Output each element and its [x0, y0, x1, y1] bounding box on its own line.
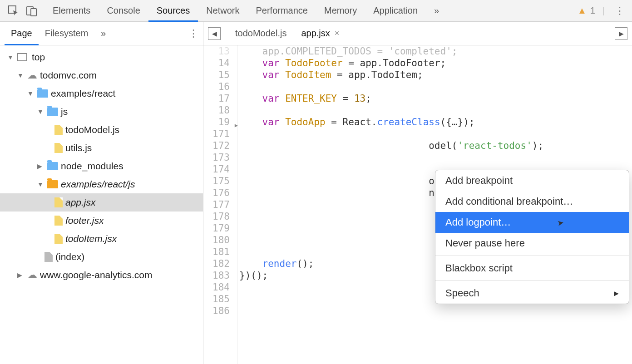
- ctx-speech[interactable]: Speech▶: [435, 283, 629, 304]
- code-line: var TodoItem = app.TodoItem;: [239, 69, 632, 81]
- line-number[interactable]: 15: [203, 69, 237, 81]
- line-number[interactable]: 172: [203, 140, 237, 152]
- file-tab-todomodel[interactable]: todoModel.js: [228, 22, 294, 45]
- frame-icon: [17, 53, 27, 61]
- file-tab-label: app.jsx: [301, 28, 330, 39]
- line-number[interactable]: 174: [203, 163, 237, 175]
- tree-row[interactable]: ▶☁www.google-analytics.com: [0, 266, 203, 284]
- tab-console[interactable]: Console: [99, 0, 148, 22]
- file-icon: [54, 143, 63, 153]
- inspect-icon[interactable]: [5, 0, 23, 22]
- line-number[interactable]: 178: [203, 211, 237, 222]
- tree-label: www.google-analytics.com: [40, 270, 152, 280]
- line-number[interactable]: 176: [203, 187, 237, 199]
- warning-icon[interactable]: ▲: [578, 5, 587, 16]
- code-line: var TodoApp = React.createClass({…});: [239, 116, 632, 128]
- line-number[interactable]: 184: [203, 281, 237, 293]
- line-number[interactable]: 173: [203, 152, 237, 163]
- tree-row[interactable]: (index): [0, 248, 203, 266]
- folder-icon: [47, 108, 58, 116]
- line-number[interactable]: 16: [203, 81, 237, 93]
- tree-row[interactable]: ▼examples/react: [0, 84, 203, 103]
- file-icon: [54, 234, 63, 244]
- show-debugger-icon[interactable]: ▶: [615, 27, 627, 40]
- tree-label: todoItem.jsx: [65, 233, 117, 244]
- ctx-add-logpoint[interactable]: Add logpoint…: [435, 212, 629, 233]
- tab-network[interactable]: Network: [198, 0, 247, 22]
- tab-performance[interactable]: Performance: [248, 0, 316, 22]
- line-number[interactable]: 185: [203, 293, 237, 305]
- tree-row[interactable]: utils.js: [0, 139, 203, 157]
- line-number[interactable]: 14: [203, 57, 237, 69]
- tree-label: node_modules: [61, 161, 123, 172]
- tree-label: utils.js: [65, 143, 92, 153]
- line-number[interactable]: 17: [203, 93, 237, 104]
- tab-memory[interactable]: Memory: [316, 0, 365, 22]
- cloud-icon: ☁: [27, 69, 37, 81]
- tab-application[interactable]: Application: [365, 0, 426, 22]
- tree-row[interactable]: todoItem.jsx: [0, 230, 203, 248]
- line-number[interactable]: 19: [203, 116, 237, 128]
- line-number[interactable]: 18: [203, 104, 237, 116]
- folder-icon: [47, 162, 58, 170]
- tree-row[interactable]: ▼top: [0, 48, 203, 66]
- tabs-overflow[interactable]: »: [426, 0, 447, 22]
- code-line: [239, 128, 632, 140]
- tree-label: js: [61, 106, 68, 117]
- ctx-add-breakpoint[interactable]: Add breakpoint: [435, 170, 629, 191]
- file-tab-app[interactable]: app.jsx ×: [294, 22, 346, 45]
- close-tab-icon[interactable]: ×: [335, 29, 340, 38]
- ctx-add-conditional-breakpoint[interactable]: Add conditional breakpoint…: [435, 191, 629, 212]
- tree-label: top: [32, 52, 45, 63]
- tree-label: examples/react/js: [61, 179, 135, 190]
- tree-row[interactable]: ▼js: [0, 103, 203, 121]
- tree-label: examples/react: [51, 88, 115, 99]
- navigator-kebab-icon[interactable]: ⋮: [188, 28, 198, 39]
- navigator-tabs-overflow[interactable]: »: [94, 22, 112, 45]
- file-tree: ▼top ▼☁todomvc.com ▼examples/react ▼js t…: [0, 45, 203, 364]
- code-editor[interactable]: 13 14 15 16 17 18 19 171 172 173 174 175…: [203, 45, 632, 364]
- show-navigator-icon[interactable]: ◀: [208, 27, 221, 40]
- file-icon: [44, 252, 53, 262]
- tree-row[interactable]: ▶node_modules: [0, 157, 203, 175]
- line-gutter[interactable]: 13 14 15 16 17 18 19 171 172 173 174 175…: [203, 45, 237, 364]
- code-line: app.COMPLETED_TODOS = 'completed';: [239, 45, 632, 57]
- tab-sources[interactable]: Sources: [148, 0, 198, 22]
- context-menu: Add breakpoint Add conditional breakpoin…: [435, 170, 629, 304]
- tree-row[interactable]: ▼☁todomvc.com: [0, 66, 203, 84]
- ctx-blackbox-script[interactable]: Blackbox script: [435, 258, 629, 279]
- navigator-tab-page[interactable]: Page: [5, 22, 39, 45]
- tree-row[interactable]: footer.jsx: [0, 212, 203, 230]
- ctx-never-pause-here[interactable]: Never pause here: [435, 233, 629, 254]
- code-line: odel('react-todos');: [239, 140, 632, 152]
- file-icon: [54, 125, 63, 135]
- line-number[interactable]: 177: [203, 199, 237, 211]
- line-number[interactable]: 182: [203, 258, 237, 270]
- sources-main: ▼top ▼☁todomvc.com ▼examples/react ▼js t…: [0, 45, 632, 364]
- line-number[interactable]: 180: [203, 234, 237, 246]
- line-number[interactable]: 186: [203, 305, 237, 317]
- file-icon: [54, 197, 63, 207]
- device-toggle-icon[interactable]: [23, 0, 41, 22]
- tree-label: todomvc.com: [40, 70, 97, 81]
- line-number[interactable]: 13: [203, 45, 237, 57]
- navigator-tabs: Page Filesystem » ⋮: [0, 22, 203, 45]
- warning-count[interactable]: 1: [590, 5, 595, 16]
- cloud-icon: ☁: [27, 269, 37, 281]
- code-line: var TodoFooter = app.TodoFooter;: [239, 57, 632, 69]
- code-line: [239, 152, 632, 163]
- tree-label: app.jsx: [65, 197, 96, 208]
- line-number[interactable]: 175: [203, 175, 237, 187]
- tree-row[interactable]: ▼examples/react/js: [0, 175, 203, 193]
- line-number[interactable]: 183: [203, 270, 237, 281]
- line-number[interactable]: 171: [203, 128, 237, 140]
- tab-elements[interactable]: Elements: [44, 0, 99, 22]
- tree-row[interactable]: todoModel.js: [0, 121, 203, 139]
- navigator-tab-filesystem[interactable]: Filesystem: [39, 22, 95, 45]
- ctx-separator: [435, 256, 629, 256]
- tree-row[interactable]: app.jsx: [0, 193, 203, 212]
- settings-kebab-icon[interactable]: ⋮: [612, 5, 627, 17]
- code-line: [239, 81, 632, 93]
- line-number[interactable]: 179: [203, 222, 237, 234]
- line-number[interactable]: 181: [203, 246, 237, 258]
